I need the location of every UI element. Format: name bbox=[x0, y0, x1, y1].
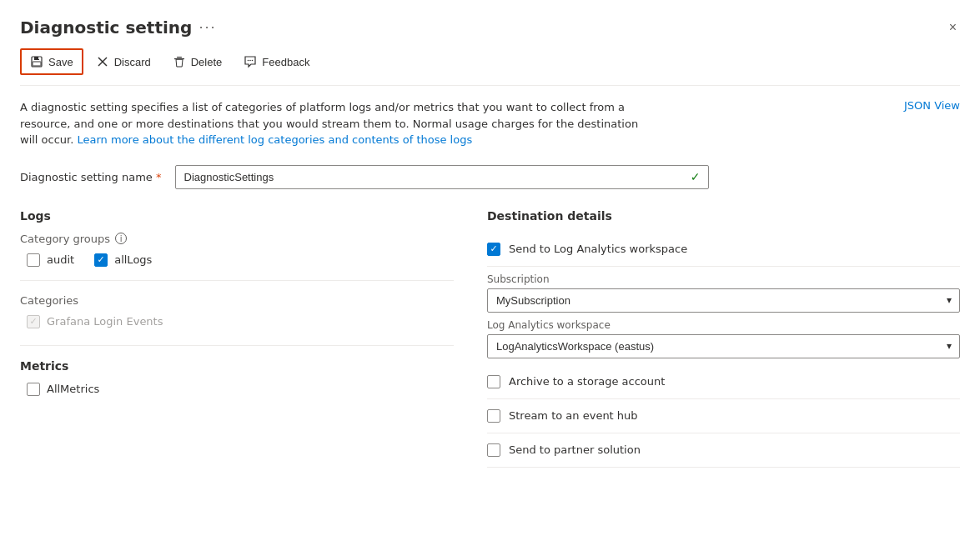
log-analytics-label: Send to Log Analytics workspace bbox=[509, 243, 687, 255]
discard-label: Discard bbox=[114, 56, 151, 68]
audit-checkbox-item[interactable]: audit bbox=[27, 253, 74, 267]
setting-name-row: Diagnostic setting name * ✓ bbox=[20, 165, 960, 189]
svg-rect-3 bbox=[38, 58, 40, 60]
discard-button[interactable]: Discard bbox=[87, 49, 160, 74]
alllogs-checkbox[interactable] bbox=[94, 253, 108, 267]
info-description: A diagnostic setting specifies a list of… bbox=[20, 99, 646, 148]
category-groups-info-icon[interactable]: i bbox=[115, 233, 127, 244]
setting-name-label: Diagnostic setting name * bbox=[20, 171, 162, 183]
destination-section-title: Destination details bbox=[487, 209, 960, 223]
subscription-section: Subscription MySubscription ▾ bbox=[487, 273, 960, 313]
info-bar: A diagnostic setting specifies a list of… bbox=[20, 99, 960, 148]
main-content: Logs Category groups i audit bbox=[20, 209, 960, 468]
categories-subsection: Categories Grafana Login Events bbox=[20, 294, 454, 328]
learn-more-link[interactable]: Learn more about the different log categ… bbox=[78, 133, 473, 146]
partner-checkbox[interactable] bbox=[487, 443, 500, 457]
right-panel: Destination details Send to Log Analytic… bbox=[487, 209, 960, 468]
metrics-section-title: Metrics bbox=[20, 359, 454, 373]
allmetrics-label: AllMetrics bbox=[47, 383, 99, 395]
delete-icon bbox=[173, 55, 186, 68]
dialog-title: Diagnostic setting bbox=[20, 18, 192, 38]
log-analytics-checkbox[interactable] bbox=[487, 243, 500, 256]
logs-section: Logs Category groups i audit bbox=[20, 209, 454, 328]
audit-checkbox-label: audit bbox=[47, 253, 74, 266]
allmetrics-checkbox[interactable] bbox=[27, 383, 40, 396]
input-valid-icon: ✓ bbox=[691, 170, 701, 183]
setting-name-input[interactable] bbox=[175, 165, 709, 189]
svg-point-8 bbox=[248, 60, 249, 62]
subscription-dropdown-wrap: MySubscription ▾ bbox=[487, 288, 960, 313]
stream-checkbox[interactable] bbox=[487, 409, 500, 423]
diagnostic-setting-dialog: Diagnostic setting ··· × Save bbox=[0, 0, 980, 536]
save-button[interactable]: Save bbox=[20, 48, 83, 75]
delete-button[interactable]: Delete bbox=[163, 49, 232, 74]
alllogs-checkbox-item[interactable]: allLogs bbox=[94, 253, 152, 267]
discard-icon bbox=[96, 55, 109, 68]
partner-item: Send to partner solution bbox=[487, 433, 960, 468]
toolbar: Save Discard Delete bbox=[20, 48, 960, 86]
workspace-label: Log Analytics workspace bbox=[487, 319, 960, 331]
category-groups-checkboxes: audit allLogs bbox=[20, 253, 454, 267]
audit-checkbox[interactable] bbox=[27, 253, 40, 267]
feedback-button[interactable]: Feedback bbox=[234, 49, 319, 74]
allmetrics-checkbox-item[interactable]: AllMetrics bbox=[27, 383, 99, 396]
dialog-ellipsis: ··· bbox=[199, 20, 216, 36]
subscription-label: Subscription bbox=[487, 273, 960, 285]
categories-checkboxes: Grafana Login Events bbox=[20, 315, 454, 328]
stream-item: Stream to an event hub bbox=[487, 399, 960, 433]
grafana-login-label: Grafana Login Events bbox=[47, 315, 163, 328]
archive-item: Archive to a storage account bbox=[487, 365, 960, 399]
svg-point-10 bbox=[252, 60, 254, 62]
archive-checkbox[interactable] bbox=[487, 375, 500, 388]
json-view-link[interactable]: JSON View bbox=[904, 99, 960, 112]
feedback-icon bbox=[244, 55, 257, 68]
stream-label: Stream to an event hub bbox=[509, 409, 638, 422]
category-groups-subsection: Category groups i audit allLogs bbox=[20, 233, 454, 267]
close-button[interactable]: × bbox=[946, 17, 960, 38]
title-row: Diagnostic setting ··· bbox=[20, 18, 217, 38]
grafana-login-checkbox-item[interactable]: Grafana Login Events bbox=[27, 315, 163, 328]
workspace-dropdown-wrap: LogAnalyticsWorkspace (eastus) ▾ bbox=[487, 334, 960, 358]
save-label: Save bbox=[48, 56, 73, 68]
svg-rect-7 bbox=[177, 57, 182, 58]
left-panel: Logs Category groups i audit bbox=[20, 209, 454, 468]
logs-section-title: Logs bbox=[20, 209, 454, 223]
metrics-checkboxes: AllMetrics bbox=[20, 383, 454, 396]
metrics-section: Metrics AllMetrics bbox=[20, 359, 454, 396]
workspace-select[interactable]: LogAnalyticsWorkspace (eastus) bbox=[487, 334, 960, 358]
dialog-header: Diagnostic setting ··· × bbox=[20, 17, 960, 38]
svg-point-9 bbox=[249, 60, 251, 62]
log-analytics-item: Send to Log Analytics workspace bbox=[487, 233, 960, 267]
subscription-select[interactable]: MySubscription bbox=[487, 288, 960, 313]
category-groups-label: Category groups i bbox=[20, 233, 454, 245]
setting-name-input-wrap: ✓ bbox=[175, 165, 709, 189]
metrics-top-divider bbox=[20, 345, 454, 346]
workspace-section: Log Analytics workspace LogAnalyticsWork… bbox=[487, 319, 960, 358]
logs-divider bbox=[20, 280, 454, 281]
categories-label: Categories bbox=[20, 294, 454, 307]
grafana-login-checkbox bbox=[27, 315, 40, 328]
delete-label: Delete bbox=[191, 56, 223, 68]
feedback-label: Feedback bbox=[262, 56, 309, 68]
save-icon bbox=[30, 55, 43, 68]
partner-label: Send to partner solution bbox=[509, 443, 641, 456]
archive-label: Archive to a storage account bbox=[509, 375, 665, 388]
svg-rect-2 bbox=[33, 62, 41, 66]
alllogs-checkbox-label: allLogs bbox=[114, 253, 152, 266]
required-indicator: * bbox=[156, 171, 162, 183]
